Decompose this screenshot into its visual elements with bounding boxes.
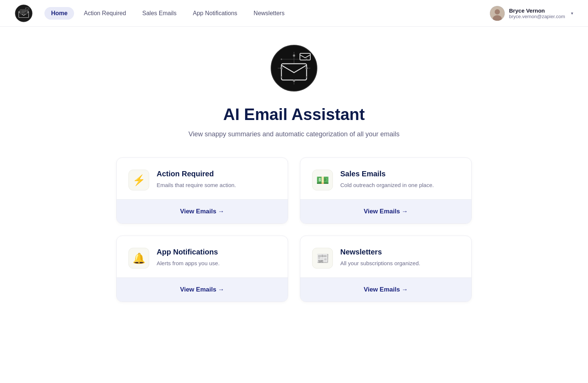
user-info: Bryce Vernon bryce.vernon@zapier.com — [509, 7, 565, 19]
svg-rect-6 — [26, 7, 29, 10]
navbar: Home Action Required Sales Emails App No… — [0, 0, 588, 27]
card-title-app-notifications: App Notifications — [157, 248, 276, 256]
card-desc-newsletters: All your subscriptions organized. — [340, 259, 460, 268]
newsletters-icon: 📰 — [312, 248, 333, 269]
card-title-newsletters: Newsletters — [340, 248, 460, 256]
svg-point-17 — [280, 67, 283, 69]
main-content: AI Email Assistant View snappy summaries… — [0, 27, 588, 324]
nav-item-newsletters[interactable]: Newsletters — [247, 7, 291, 20]
cards-grid: ⚡ Action Required Emails that require so… — [116, 157, 472, 302]
card-newsletters: 📰 Newsletters All your subscriptions org… — [300, 236, 472, 302]
sales-emails-icon: 💵 — [312, 170, 333, 190]
svg-point-24 — [306, 76, 307, 78]
nav-item-app-notifications[interactable]: App Notifications — [186, 7, 244, 20]
svg-point-19 — [293, 54, 295, 57]
svg-point-23 — [281, 76, 282, 78]
nav-item-sales-emails[interactable]: Sales Emails — [136, 7, 183, 20]
card-desc-app-notifications: Alerts from apps you use. — [157, 259, 276, 268]
hero-title: AI Email Assistant — [223, 105, 365, 124]
view-emails-app-notifications[interactable]: View Emails → — [117, 277, 288, 302]
user-name: Bryce Vernon — [509, 7, 565, 14]
nav-item-home[interactable]: Home — [44, 7, 74, 20]
card-sales-emails: 💵 Sales Emails Cold outreach organized i… — [300, 157, 472, 224]
hero-subtitle: View snappy summaries and automatic cate… — [188, 130, 400, 138]
svg-point-8 — [495, 9, 500, 14]
nav-item-action-required[interactable]: Action Required — [77, 7, 133, 20]
svg-rect-15 — [281, 64, 307, 80]
app-logo — [15, 4, 33, 22]
user-email: bryce.vernon@zapier.com — [509, 14, 565, 19]
card-desc-sales-emails: Cold outreach organized in one place. — [340, 181, 460, 190]
svg-point-21 — [281, 59, 282, 60]
card-desc-action-required: Emails that require some action. — [157, 181, 276, 190]
user-menu[interactable]: Bryce Vernon bryce.vernon@zapier.com ▾ — [490, 6, 573, 21]
svg-point-20 — [293, 80, 295, 82]
card-action-required: ⚡ Action Required Emails that require so… — [116, 157, 288, 224]
svg-point-22 — [306, 59, 307, 60]
chevron-down-icon: ▾ — [571, 11, 573, 16]
svg-rect-16 — [300, 53, 310, 60]
nav-links: Home Action Required Sales Emails App No… — [44, 7, 490, 20]
avatar — [490, 6, 505, 21]
card-title-sales-emails: Sales Emails — [340, 170, 460, 178]
action-required-icon: ⚡ — [128, 170, 149, 190]
card-app-notifications: 🔔 App Notifications Alerts from apps you… — [116, 236, 288, 302]
view-emails-action-required[interactable]: View Emails → — [117, 199, 288, 223]
card-title-action-required: Action Required — [157, 170, 276, 178]
view-emails-newsletters[interactable]: View Emails → — [300, 277, 471, 302]
svg-point-18 — [305, 67, 308, 69]
app-notifications-icon: 🔔 — [128, 248, 149, 269]
view-emails-sales-emails[interactable]: View Emails → — [300, 199, 471, 223]
hero-logo — [270, 44, 318, 92]
